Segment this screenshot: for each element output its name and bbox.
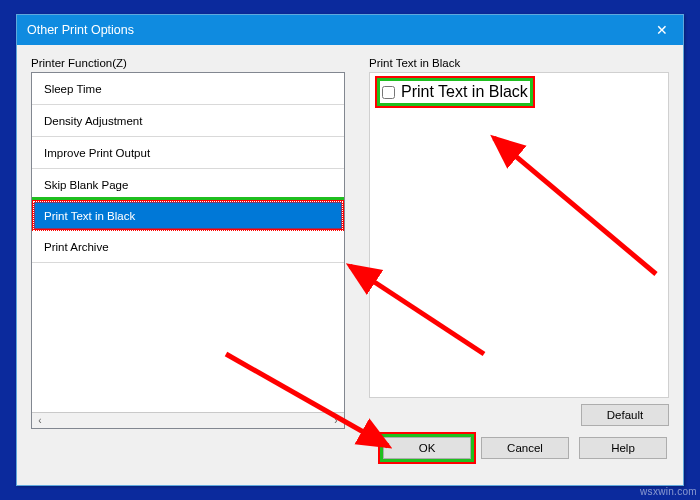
help-button[interactable]: Help bbox=[579, 437, 667, 459]
printer-function-list-inner[interactable]: Sleep Time Density Adjustment Improve Pr… bbox=[32, 73, 344, 412]
default-button[interactable]: Default bbox=[581, 404, 669, 426]
list-item[interactable]: Print Archive bbox=[32, 231, 344, 263]
close-icon: ✕ bbox=[656, 22, 668, 38]
group-label: Print Text in Black bbox=[369, 57, 669, 69]
scroll-left-icon[interactable]: ‹ bbox=[32, 413, 48, 428]
list-item[interactable]: Skip Blank Page bbox=[32, 169, 344, 201]
printer-function-listbox[interactable]: Sleep Time Density Adjustment Improve Pr… bbox=[31, 72, 345, 429]
close-button[interactable]: ✕ bbox=[641, 19, 683, 41]
checkbox-label: Print Text in Black bbox=[401, 83, 528, 101]
list-item[interactable]: Density Adjustment bbox=[32, 105, 344, 137]
scroll-right-icon[interactable]: › bbox=[328, 413, 344, 428]
right-panel: Print Text in Black Print Text in Black … bbox=[369, 57, 669, 429]
list-item[interactable]: Sleep Time bbox=[32, 73, 344, 105]
ok-highlight: OK bbox=[383, 437, 471, 459]
horizontal-scrollbar[interactable]: ‹ › bbox=[32, 412, 344, 428]
left-panel: Printer Function(Z) Sleep Time Density A… bbox=[31, 57, 345, 429]
window-title: Other Print Options bbox=[27, 23, 641, 37]
dialog-body: Printer Function(Z) Sleep Time Density A… bbox=[17, 45, 683, 437]
options-group: Print Text in Black bbox=[369, 72, 669, 398]
checkbox-highlight: Print Text in Black bbox=[380, 81, 530, 103]
list-item-selected[interactable]: Print Text in Black bbox=[32, 200, 344, 232]
list-item[interactable]: Improve Print Output bbox=[32, 137, 344, 169]
cancel-button[interactable]: Cancel bbox=[481, 437, 569, 459]
titlebar[interactable]: Other Print Options ✕ bbox=[17, 15, 683, 45]
print-options-dialog: Other Print Options ✕ Printer Function(Z… bbox=[16, 14, 684, 486]
watermark: wsxwin.com bbox=[640, 486, 697, 497]
ok-button[interactable]: OK bbox=[383, 437, 471, 459]
printer-function-label: Printer Function(Z) bbox=[31, 57, 345, 69]
print-text-in-black-checkbox[interactable] bbox=[382, 86, 395, 99]
dialog-button-row: OK Cancel Help bbox=[17, 437, 683, 471]
